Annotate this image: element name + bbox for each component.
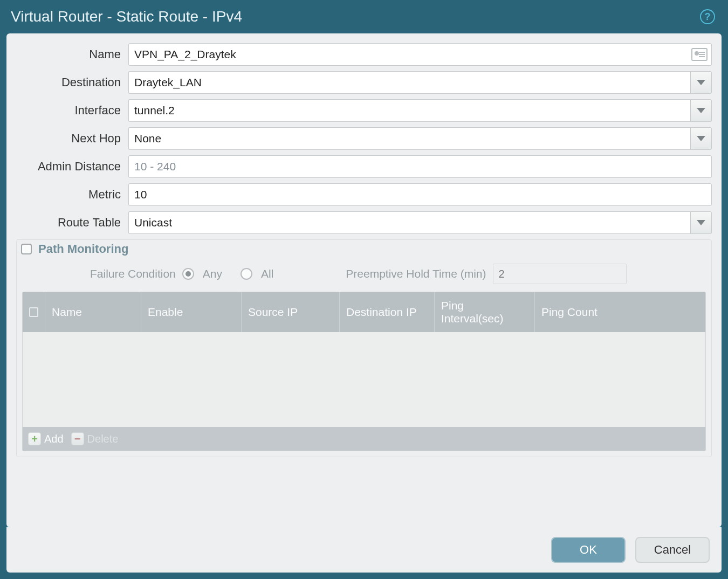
row-destination: Destination xyxy=(16,71,712,94)
preemptive-input[interactable] xyxy=(493,264,627,284)
field-admindist xyxy=(128,155,712,178)
row-interface: Interface xyxy=(16,99,712,122)
path-monitoring-options: Failure Condition Any All Preemptive Hol… xyxy=(22,260,706,292)
grid-body xyxy=(23,332,705,427)
label-name: Name xyxy=(16,47,128,61)
row-admindist: Admin Distance xyxy=(16,155,712,178)
radio-all-label: All xyxy=(261,267,273,280)
name-input[interactable] xyxy=(128,43,712,66)
titlebar: Virtual Router - Static Route - IPv4 ? xyxy=(0,0,728,33)
id-badge-icon xyxy=(691,48,708,61)
label-routetable: Route Table xyxy=(16,216,128,230)
label-destination: Destination xyxy=(16,75,128,89)
field-routetable xyxy=(128,211,712,234)
header-source-ip[interactable]: Source IP xyxy=(242,292,340,332)
delete-label: Delete xyxy=(87,433,119,445)
preemptive-label: Preemptive Hold Time (min) xyxy=(346,267,486,280)
nexthop-dropdown-button[interactable] xyxy=(690,127,712,150)
svg-marker-2 xyxy=(697,136,705,141)
grid-footer: + Add − Delete xyxy=(23,427,705,451)
row-metric: Metric xyxy=(16,183,712,206)
dialog: Virtual Router - Static Route - IPv4 ? N… xyxy=(0,0,728,579)
routetable-dropdown-button[interactable] xyxy=(690,211,712,234)
label-metric: Metric xyxy=(16,188,128,202)
minus-icon: − xyxy=(71,432,84,445)
dialog-body: Name Destination Interface xyxy=(6,33,722,527)
dialog-title: Virtual Router - Static Route - IPv4 xyxy=(11,8,242,25)
chevron-down-icon xyxy=(697,108,705,113)
add-label: Add xyxy=(44,433,64,445)
plus-icon: + xyxy=(28,432,41,445)
select-all-checkbox[interactable] xyxy=(29,307,38,317)
path-monitoring-label: Path Monitoring xyxy=(38,242,128,256)
chevron-down-icon xyxy=(697,220,705,225)
path-monitoring-section: Path Monitoring Failure Condition Any Al… xyxy=(16,239,712,457)
header-enable[interactable]: Enable xyxy=(141,292,242,332)
svg-marker-3 xyxy=(697,220,705,225)
field-name xyxy=(128,43,712,66)
ok-button[interactable]: OK xyxy=(551,537,626,563)
grid-header: Name Enable Source IP Destination IP Pin… xyxy=(23,292,705,332)
chevron-down-icon xyxy=(697,136,705,141)
metric-input[interactable] xyxy=(128,183,712,206)
header-name[interactable]: Name xyxy=(45,292,141,332)
header-destination-ip[interactable]: Destination IP xyxy=(340,292,435,332)
destination-select[interactable] xyxy=(128,71,690,94)
interface-dropdown-button[interactable] xyxy=(690,99,712,122)
nexthop-select[interactable] xyxy=(128,127,690,150)
path-monitoring-legend: Path Monitoring xyxy=(21,239,706,259)
path-monitoring-checkbox[interactable] xyxy=(21,244,32,254)
svg-marker-0 xyxy=(697,80,705,85)
delete-button[interactable]: − Delete xyxy=(71,432,119,445)
cancel-button[interactable]: Cancel xyxy=(635,537,710,563)
field-nexthop xyxy=(128,127,712,150)
svg-marker-1 xyxy=(697,108,705,113)
footer: OK Cancel xyxy=(6,527,722,573)
row-nexthop: Next Hop xyxy=(16,127,712,150)
label-interface: Interface xyxy=(16,104,128,118)
monitor-grid: Name Enable Source IP Destination IP Pin… xyxy=(22,292,706,451)
chevron-down-icon xyxy=(697,80,705,85)
label-admindist: Admin Distance xyxy=(16,160,128,174)
header-checkbox-cell xyxy=(23,292,45,332)
interface-select[interactable] xyxy=(128,99,690,122)
field-interface xyxy=(128,99,712,122)
destination-dropdown-button[interactable] xyxy=(690,71,712,94)
radio-all[interactable] xyxy=(241,268,252,280)
field-metric xyxy=(128,183,712,206)
footer-wrap: OK Cancel xyxy=(6,527,722,573)
routetable-select[interactable] xyxy=(128,211,690,234)
help-icon[interactable]: ? xyxy=(700,9,715,24)
radio-any[interactable] xyxy=(182,268,194,280)
field-destination xyxy=(128,71,712,94)
row-routetable: Route Table xyxy=(16,211,712,234)
failure-condition-label: Failure Condition xyxy=(90,267,176,280)
header-ping-interval[interactable]: Ping Interval(sec) xyxy=(435,292,535,332)
label-nexthop: Next Hop xyxy=(16,132,128,146)
row-name: Name xyxy=(16,43,712,66)
radio-any-label: Any xyxy=(203,267,222,280)
header-ping-count[interactable]: Ping Count xyxy=(535,292,705,332)
admindist-input[interactable] xyxy=(128,155,712,178)
add-button[interactable]: + Add xyxy=(28,432,64,445)
